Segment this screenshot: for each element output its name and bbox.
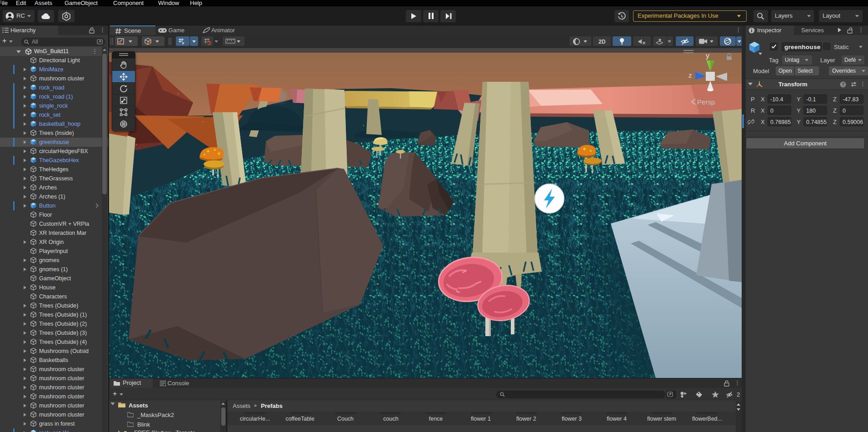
svg-text:Persp: Persp — [697, 98, 715, 106]
svg-text:?: ? — [842, 82, 844, 87]
svg-text:Y: Y — [182, 41, 185, 45]
svg-text:z: z — [688, 71, 692, 79]
svg-text:y: y — [706, 52, 709, 60]
